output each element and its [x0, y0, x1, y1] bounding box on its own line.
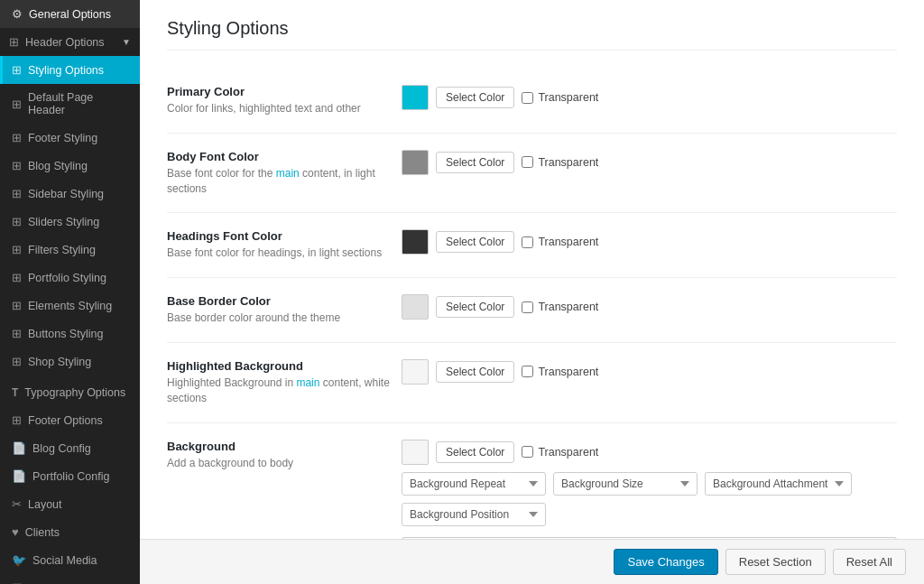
grid-icon: ⊞ — [12, 131, 22, 144]
transparent-label: Transparent — [522, 236, 598, 248]
sidebar-item-styling-options[interactable]: ⊞ Styling Options — [0, 56, 140, 84]
grid-icon: ⊞ — [12, 413, 22, 427]
select-color-button[interactable]: Select Color — [436, 87, 514, 108]
color-row: Select Color Transparent — [402, 229, 897, 255]
sidebar-item-blog-styling[interactable]: ⊞ Blog Styling — [0, 152, 140, 180]
save-changes-button[interactable]: Save Changes — [614, 549, 717, 575]
page-title: Styling Options — [167, 18, 897, 51]
color-row: Select Color Transparent — [402, 294, 897, 320]
transparent-text: Transparent — [538, 91, 598, 104]
sidebar-label: General Options — [29, 8, 111, 21]
color-swatch[interactable] — [402, 440, 429, 465]
option-desc: Add a background to body — [167, 456, 402, 471]
background-repeat-select[interactable]: Background Repeat no-repeat repeat repea… — [402, 472, 546, 496]
sidebar-item-blog-config[interactable]: 📄 Blog Config — [0, 434, 140, 462]
desc-highlight: main — [296, 376, 319, 389]
sidebar-label: Portfolio Config — [32, 470, 109, 483]
option-title: Base Border Color — [167, 294, 402, 308]
sidebar-label: Header Options — [25, 36, 105, 49]
transparent-label: Transparent — [522, 446, 598, 459]
main-panel: Styling Options Primary Color Color for … — [140, 0, 924, 584]
color-swatch[interactable] — [402, 85, 429, 110]
sidebar-item-typography-options[interactable]: T Typography Options — [0, 379, 140, 406]
sidebar: ⚙ General Options ⊞ Header Options ▼ ⊞ S… — [0, 0, 140, 584]
transparent-text: Transparent — [538, 156, 598, 169]
sidebar-item-sliders-styling[interactable]: ⊞ Sliders Styling — [0, 208, 140, 236]
sidebar-item-portfolio-config[interactable]: 📄 Portfolio Config — [0, 462, 140, 490]
grid-icon: ⊞ — [12, 215, 22, 228]
transparent-text: Transparent — [538, 301, 598, 313]
color-swatch[interactable] — [402, 359, 429, 385]
select-color-button[interactable]: Select Color — [436, 361, 514, 383]
select-color-button[interactable]: Select Color — [436, 296, 514, 318]
transparent-checkbox[interactable] — [522, 156, 533, 168]
option-label-col: Background Add a background to body — [167, 440, 402, 471]
color-row: Select Color Transparent — [402, 85, 897, 110]
color-row: Select Color Transparent — [402, 359, 897, 385]
transparent-checkbox[interactable] — [522, 236, 533, 248]
sidebar-item-layout[interactable]: ✂ Layout — [0, 490, 140, 518]
file-icon: 📄 — [12, 469, 26, 483]
option-row-primary-color: Primary Color Color for links, highlight… — [167, 69, 897, 134]
sidebar-item-clients[interactable]: ♥ Clients — [0, 518, 140, 546]
grid-icon: ⊞ — [12, 243, 22, 256]
option-desc: Highlighted Background in main content, … — [167, 375, 402, 406]
background-position-select[interactable]: Background Position center center top le… — [402, 503, 546, 526]
transparent-checkbox[interactable] — [522, 92, 533, 104]
reset-all-button[interactable]: Reset All — [833, 549, 906, 575]
transparent-checkbox[interactable] — [522, 446, 533, 458]
sidebar-item-elements-styling[interactable]: ⊞ Elements Styling — [0, 292, 140, 320]
transparent-label: Transparent — [522, 156, 598, 169]
transparent-label: Transparent — [522, 91, 598, 104]
color-row: Select Color Transparent — [402, 440, 897, 465]
sidebar-item-custom-sidebars[interactable]: ☰ Custom Sidebars — [0, 574, 140, 584]
option-title: Headings Font Color — [167, 229, 402, 243]
sidebar-label: Footer Options — [28, 414, 103, 427]
option-label-col: Base Border Color Base border color arou… — [167, 294, 402, 326]
color-swatch[interactable] — [402, 294, 429, 320]
sidebar-label: Footer Styling — [28, 132, 97, 144]
sidebar-item-filters-styling[interactable]: ⊞ Filters Styling — [0, 236, 140, 264]
sidebar-item-footer-styling[interactable]: ⊞ Footer Styling — [0, 124, 140, 152]
option-control-col: Select Color Transparent Background Repe… — [402, 440, 897, 539]
select-color-button[interactable]: Select Color — [436, 152, 514, 173]
sidebar-item-footer-options[interactable]: ⊞ Footer Options — [0, 406, 140, 434]
sidebar-item-header-options[interactable]: ⊞ Header Options ▼ — [0, 28, 140, 56]
sidebar-label: Buttons Styling — [28, 328, 103, 340]
gear-icon: ⚙ — [12, 7, 23, 21]
option-control-col: Select Color Transparent — [402, 85, 897, 110]
color-swatch[interactable] — [402, 150, 429, 175]
color-swatch[interactable] — [402, 229, 429, 255]
option-row-highlighted-background: Highlighted Background Highlighted Backg… — [167, 343, 897, 423]
option-title: Primary Color — [167, 85, 402, 98]
sidebar-label: Social Media — [32, 554, 97, 567]
select-color-button[interactable]: Select Color — [436, 231, 514, 253]
option-desc: Color for links, highlighted text and ot… — [167, 101, 402, 116]
option-label-col: Primary Color Color for links, highlight… — [167, 85, 402, 116]
desc-text: Base font color for headings, in light s… — [167, 246, 382, 259]
option-title: Background — [167, 440, 402, 453]
sidebar-label: Sidebar Styling — [28, 188, 104, 200]
reset-section-button[interactable]: Reset Section — [725, 549, 826, 575]
sidebar-item-default-page-header[interactable]: ⊞ Default Page Header — [0, 84, 140, 124]
sidebar-label: Layout — [28, 498, 62, 511]
sidebar-item-shop-styling[interactable]: ⊞ Shop Styling — [0, 348, 140, 375]
option-label-col: Headings Font Color Base font color for … — [167, 229, 402, 261]
background-attachment-select[interactable]: Background Attachment scroll fixed local — [705, 472, 852, 496]
sidebar-item-sidebar-styling[interactable]: ⊞ Sidebar Styling — [0, 180, 140, 208]
transparent-checkbox[interactable] — [522, 301, 533, 313]
select-color-button[interactable]: Select Color — [436, 441, 514, 463]
file-icon: 📄 — [12, 441, 26, 455]
option-label-col: Body Font Color Base font color for the … — [167, 150, 402, 197]
sidebar-item-buttons-styling[interactable]: ⊞ Buttons Styling — [0, 320, 140, 348]
transparent-text: Transparent — [538, 446, 598, 459]
transparent-checkbox[interactable] — [522, 366, 533, 377]
grid-icon: ⊞ — [9, 35, 19, 49]
desc-text: Add a background to body — [167, 457, 293, 469]
background-size-select[interactable]: Background Size auto cover contain — [553, 472, 698, 496]
chevron-down-icon: ▼ — [122, 37, 131, 47]
color-row: Select Color Transparent — [402, 150, 897, 175]
sidebar-item-social-media[interactable]: 🐦 Social Media — [0, 546, 140, 574]
sidebar-item-general-options[interactable]: ⚙ General Options — [0, 0, 140, 28]
sidebar-item-portfolio-styling[interactable]: ⊞ Portfolio Styling — [0, 264, 140, 292]
